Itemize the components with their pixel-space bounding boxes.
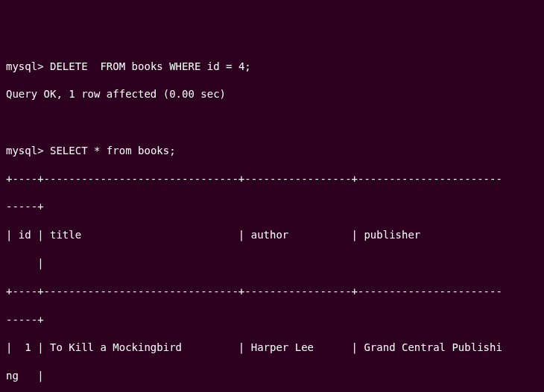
blank-line <box>6 116 538 130</box>
cmd-line-1: mysql> DELETE FROM books WHERE id = 4; <box>6 60 538 74</box>
mysql-prompt: mysql> <box>6 60 44 72</box>
mysql-prompt: mysql> <box>6 145 44 157</box>
table-divider: +----+-------------------------------+--… <box>6 172 538 186</box>
query-result-1: Query OK, 1 row affected (0.00 sec) <box>6 87 538 101</box>
sql-command-1: DELETE FROM books WHERE id = 4; <box>50 60 251 72</box>
table-divider: +----+-------------------------------+--… <box>6 285 538 299</box>
cmd-line-2: mysql> SELECT * from books; <box>6 144 538 158</box>
books-table-header: | id | title | author | publisher <box>6 228 538 242</box>
books-table-row-1-wrap: ng | <box>6 369 538 383</box>
table-divider-wrap: -----+ <box>6 313 538 327</box>
books-table-row-1: | 1 | To Kill a Mockingbird | Harper Lee… <box>6 341 538 355</box>
sql-command-2: SELECT * from books; <box>50 145 176 157</box>
table-divider-wrap: -----+ <box>6 200 538 214</box>
books-table-header-wrap: | <box>6 256 538 271</box>
